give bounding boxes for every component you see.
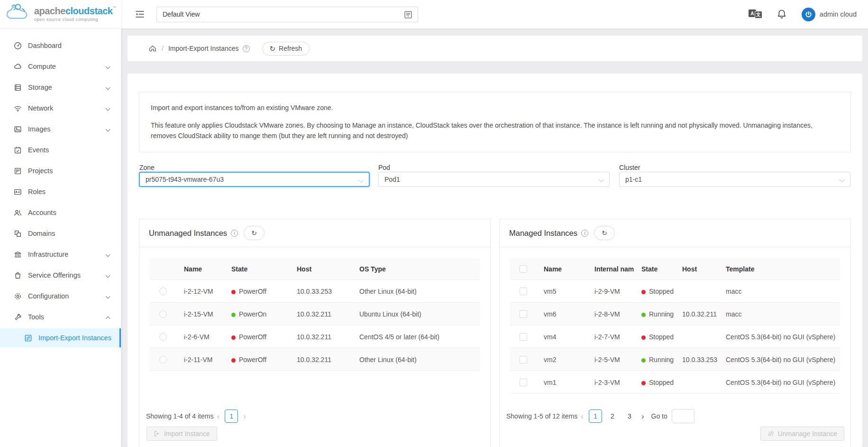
sidebar-item-network[interactable]: Network — [0, 99, 121, 118]
row-radio[interactable] — [159, 356, 167, 363]
state-dot — [641, 313, 646, 317]
team-icon — [14, 209, 22, 217]
row-checkbox[interactable] — [520, 310, 527, 318]
managed-panel-title: Managed Instances — [509, 229, 577, 238]
sidebar-item-import-export-instances[interactable]: Import-Export Instances — [0, 328, 121, 347]
table-row[interactable]: vm6 i-2-8-VM Running 10.0.32.211 macc — [510, 303, 840, 326]
unmanaged-table: Name State Host OS Type i-2-12-VM PowerO… — [150, 258, 480, 371]
managed-refresh-button[interactable]: ↻ — [594, 226, 615, 240]
sidebar-item-accounts[interactable]: Accounts — [0, 203, 121, 222]
import-instance-button[interactable]: Import Instance — [146, 427, 217, 441]
table-row[interactable]: vm2 i-2-5-VM Running 10.0.33.253 CentOS … — [510, 348, 840, 371]
chevron-down-icon — [106, 65, 110, 69]
project-view-icon — [403, 9, 413, 20]
sidebar-item-tools[interactable]: Tools — [0, 307, 121, 326]
database-icon — [14, 84, 22, 92]
translate-icon[interactable]: A 文 — [749, 9, 763, 19]
idcard-icon — [14, 188, 22, 196]
row-checkbox[interactable] — [520, 333, 527, 341]
table-row[interactable]: i-2-6-VM PowerOff 10.0.32.211 CentOS 4/5… — [150, 326, 480, 348]
goto-label: Go to — [651, 412, 667, 420]
cluster-select[interactable]: p1-c1 — [619, 172, 850, 187]
table-row[interactable]: vm5 i-2-9-VM Stopped macc — [510, 280, 840, 303]
row-radio[interactable] — [159, 288, 167, 295]
sidebar-item-roles[interactable]: Roles — [0, 182, 121, 201]
page-3-button[interactable]: 3 — [623, 410, 636, 423]
swap-icon — [24, 334, 32, 342]
row-checkbox[interactable] — [520, 288, 527, 295]
sidebar-item-domains[interactable]: Domains — [0, 224, 121, 243]
page-1-button[interactable]: 1 — [225, 410, 238, 423]
pod-select[interactable]: Pod1 — [378, 172, 610, 187]
cloud-icon — [14, 63, 22, 71]
page-2-button[interactable]: 2 — [606, 410, 619, 423]
sidebar-item-events[interactable]: Events — [0, 140, 121, 159]
sidebar-menu: Dashboard Compute Storage Network Images… — [0, 28, 121, 347]
picture-icon — [14, 125, 22, 133]
breadcrumb-card: / Import-Export Instances ? ↻ Refresh — [128, 36, 862, 61]
prev-page-icon[interactable]: ‹ — [581, 412, 584, 420]
zone-select[interactable]: pr5075-t943-vmware-67u3 — [139, 172, 370, 187]
unmanaged-instances-panel: Unmanaged Instances i ↻ Name State Host … — [139, 219, 491, 447]
state-dot — [231, 358, 236, 363]
brand-logo-area: apachecloudstack™ open source cloud comp… — [0, 0, 121, 28]
power-icon — [804, 10, 813, 19]
sidebar-item-configuration[interactable]: Configuration — [0, 287, 121, 306]
refresh-button[interactable]: ↻ Refresh — [262, 42, 310, 56]
goto-page-input[interactable] — [672, 409, 694, 423]
menu-fold-icon[interactable] — [135, 10, 145, 19]
next-page-icon[interactable]: › — [641, 412, 644, 420]
sidebar-item-infrastructure[interactable]: Infrastructure — [0, 245, 121, 264]
state-dot — [641, 290, 646, 294]
description-line-2: This feature only applies Cloudstack VMw… — [151, 120, 839, 141]
chevron-down-icon — [599, 177, 603, 182]
table-row[interactable]: i-2-15-VM PowerOn 10.0.32.211 Ubuntu Lin… — [150, 303, 480, 326]
bell-icon[interactable] — [777, 9, 786, 19]
sidebar: apachecloudstack™ open source cloud comp… — [0, 0, 121, 447]
chevron-down-icon — [106, 127, 110, 132]
sidebar-item-compute[interactable]: Compute — [0, 57, 121, 76]
brand-tagline: open source cloud computing — [34, 17, 116, 22]
row-radio[interactable] — [159, 310, 167, 318]
import-icon — [154, 430, 160, 437]
chevron-up-icon — [106, 317, 110, 321]
table-row[interactable]: vm4 i-2-7-VM Stopped CentOS 5.3(64-bit) … — [510, 326, 840, 348]
next-page-icon[interactable]: › — [243, 412, 246, 420]
table-row[interactable]: i-2-11-VM PowerOff 10.0.32.211 Other Lin… — [150, 348, 480, 371]
chevron-down-icon — [106, 273, 110, 278]
default-view-select[interactable]: Default View — [156, 7, 418, 22]
row-checkbox[interactable] — [520, 356, 527, 363]
row-radio[interactable] — [159, 333, 167, 341]
gear-icon — [14, 292, 22, 300]
table-row[interactable]: i-2-12-VM PowerOff 10.0.33.253 Other Lin… — [150, 280, 480, 303]
breadcrumb-separator: / — [162, 45, 164, 52]
user-avatar[interactable] — [802, 8, 815, 21]
sidebar-item-dashboard[interactable]: Dashboard — [0, 36, 121, 55]
bank-icon — [14, 251, 22, 259]
blocks-icon — [14, 230, 22, 238]
sidebar-item-images[interactable]: Images — [0, 120, 121, 139]
prev-page-icon[interactable]: ‹ — [217, 412, 219, 420]
chevron-down-icon — [106, 106, 110, 111]
unmanaged-refresh-button[interactable]: ↻ — [244, 226, 265, 240]
state-dot — [231, 290, 236, 294]
dashboard-icon — [14, 42, 22, 50]
table-row[interactable]: vm1 i-2-3-VM Stopped CentOS 5.3(64-bit) … — [510, 371, 840, 394]
unmanage-instance-button[interactable]: Unmanage Instance — [760, 427, 844, 441]
sidebar-item-storage[interactable]: Storage — [0, 78, 121, 97]
chevron-down-icon — [358, 178, 363, 183]
managed-showing-text: Showing 1-5 of 12 items — [506, 412, 577, 420]
row-checkbox[interactable] — [520, 379, 527, 386]
page-1-button[interactable]: 1 — [589, 410, 602, 423]
sidebar-item-projects[interactable]: Projects — [0, 161, 121, 180]
user-name[interactable]: admin cloud — [820, 10, 857, 18]
select-all-checkbox[interactable] — [520, 265, 527, 273]
info-icon: i — [231, 230, 238, 237]
project-icon — [14, 167, 22, 175]
shopping-icon — [14, 271, 22, 279]
sidebar-item-service-offerings[interactable]: Service Offerings — [0, 266, 121, 285]
home-icon[interactable] — [148, 44, 157, 53]
calendar-icon — [14, 146, 22, 154]
chevron-down-icon — [106, 294, 110, 299]
help-icon[interactable]: ? — [243, 45, 250, 52]
